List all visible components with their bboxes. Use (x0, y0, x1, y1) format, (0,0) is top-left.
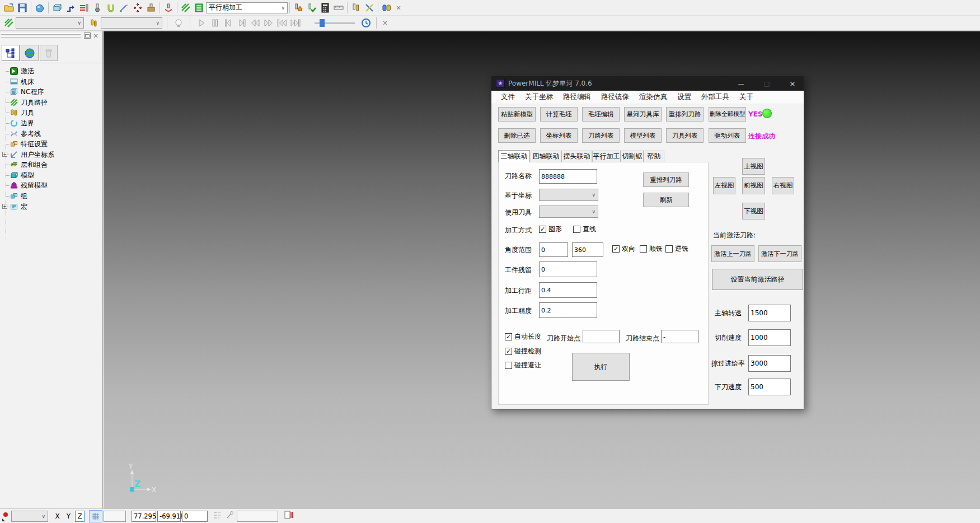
rearrange-toolpaths-button[interactable]: 重排列刀路 (666, 107, 704, 122)
panel-grip[interactable] (1, 33, 81, 35)
view-right-button[interactable]: 右视图 (772, 177, 794, 194)
tab-cutting-saw[interactable]: 切割锯 (621, 151, 644, 162)
fast-forward-icon[interactable] (262, 16, 275, 30)
verify-toolpath-icon[interactable] (305, 1, 318, 15)
clipboard-models-icon[interactable] (380, 1, 393, 15)
drive-list-button[interactable]: 驱动列表 (709, 128, 746, 143)
conventional-option[interactable]: 逆铣 (665, 244, 688, 253)
open-project-icon[interactable] (2, 1, 16, 15)
tree-item-activate[interactable]: 激活 (10, 66, 34, 76)
menu-file[interactable]: 文件 (496, 92, 520, 102)
shade-bulb-icon[interactable] (172, 16, 185, 30)
coordinate-y-field[interactable]: -69.918 (157, 511, 181, 522)
line-checkbox[interactable] (573, 226, 580, 233)
model-list-button[interactable]: 模型列表 (624, 128, 662, 143)
view-left-button[interactable]: 左视图 (713, 177, 735, 194)
calculator-icon[interactable] (318, 1, 332, 15)
coordinate-z-field[interactable]: 0 (182, 511, 208, 522)
expand-icon[interactable] (2, 204, 7, 209)
tool-icon[interactable] (87, 16, 101, 30)
activate-prev-toolpath-button[interactable]: 激活上一刀路 (711, 245, 754, 262)
spindle-speed-input[interactable] (748, 305, 791, 321)
cutting-speed-input[interactable] (748, 329, 791, 346)
optimise-toolpath-icon[interactable] (292, 1, 305, 15)
close-button[interactable] (781, 76, 804, 91)
tab-help[interactable]: 帮助 (644, 151, 664, 162)
step-back-icon[interactable] (222, 16, 235, 30)
create-tool-icon[interactable] (91, 1, 104, 15)
delete-all-models-button[interactable]: 删除全部模型 (709, 107, 746, 122)
coord-list-button[interactable]: 坐标列表 (540, 128, 578, 143)
create-points-icon[interactable] (131, 1, 144, 15)
menu-external-tools[interactable]: 外部工具 (696, 92, 734, 102)
based-coord-dropdown[interactable] (539, 189, 598, 201)
save-project-icon[interactable] (16, 1, 29, 15)
menu-coords[interactable]: 关于坐标 (520, 92, 558, 102)
tree-item-nc-program[interactable]: NC程序 (10, 87, 44, 97)
close-toolbar-icon[interactable] (393, 3, 404, 13)
skim-feed-input[interactable] (748, 355, 791, 372)
tolerance-input[interactable] (539, 302, 597, 318)
mirror-transform-icon[interactable] (363, 1, 376, 15)
axis-x-button[interactable]: X (53, 511, 62, 522)
probe-icon[interactable] (226, 511, 235, 521)
pause-icon[interactable] (208, 16, 222, 30)
rewind-icon[interactable] (248, 16, 262, 30)
auto-length-option[interactable]: 自动长度 (505, 332, 541, 341)
plunge-speed-input[interactable] (748, 379, 791, 395)
rapid-moves-icon[interactable] (77, 1, 91, 15)
simulation-clock-icon[interactable] (359, 16, 373, 30)
line-option[interactable]: 直线 (573, 225, 596, 234)
coordinate-x-field[interactable]: 77.2951 (132, 511, 156, 522)
create-block-icon[interactable] (50, 1, 64, 15)
menu-about[interactable]: 关于 (734, 92, 758, 102)
toolpath-list-icon[interactable] (193, 1, 206, 15)
go-to-end-icon[interactable] (289, 16, 302, 30)
set-active-path-button[interactable]: 设置当前激活路径 (712, 269, 803, 290)
toolpath-strategies-icon[interactable] (64, 1, 77, 15)
tree-item-feature-sets[interactable]: 特征设置 (10, 139, 48, 149)
tree-item-groups[interactable]: 组 (10, 191, 27, 201)
create-pattern-icon[interactable] (118, 1, 131, 15)
compute-block-button[interactable]: 计算毛坯 (540, 107, 578, 122)
tree-item-macros[interactable]: 宏 (10, 202, 27, 212)
panel-float-icon[interactable] (84, 32, 91, 39)
xyz-list-icon[interactable] (213, 511, 222, 521)
circle-option[interactable]: 圆形 (539, 225, 562, 234)
tree-item-workplanes[interactable]: 用户坐标系 (10, 150, 54, 160)
view-top-button[interactable]: 上视图 (742, 158, 765, 175)
tab-recycle-bin[interactable] (40, 45, 58, 61)
minimize-button[interactable] (730, 76, 752, 91)
toolpath-icon[interactable] (179, 1, 193, 15)
tree-item-toolpaths[interactable]: 刀具路径 (10, 97, 48, 108)
use-tool-dropdown[interactable] (539, 206, 598, 218)
menu-render-sim[interactable]: 渲染仿真 (634, 92, 672, 102)
workplane-dropdown[interactable] (11, 511, 48, 522)
tree-item-tools[interactable]: 刀具 (10, 108, 34, 118)
collision-avoid-option[interactable]: 碰撞避让 (505, 361, 541, 370)
tab-explorer-tree[interactable] (2, 45, 20, 61)
tree-item-patterns[interactable]: 参考线 (10, 129, 41, 139)
activate-next-toolpath-button[interactable]: 激活下一刀路 (758, 245, 801, 262)
page-status-icon[interactable] (284, 510, 294, 522)
measure-icon[interactable] (332, 1, 345, 15)
tree-item-models[interactable]: 模型 (10, 170, 34, 180)
play-icon[interactable] (195, 16, 208, 30)
axis-y-button[interactable]: Y (64, 511, 73, 522)
go-to-start-icon[interactable] (275, 16, 289, 30)
tab-views-globe[interactable] (21, 45, 39, 61)
tab-4axis-linkage[interactable]: 四轴联动 (531, 151, 561, 162)
climb-checkbox[interactable] (640, 245, 647, 253)
collision-avoid-checkbox[interactable] (505, 362, 512, 369)
tool-compare-icon[interactable] (349, 1, 363, 15)
strategy-dropdown[interactable]: 平行精加工 (206, 2, 288, 13)
execute-button[interactable]: 执行 (572, 353, 630, 381)
view-bottom-button[interactable]: 下视图 (742, 203, 765, 220)
leads-and-links-icon[interactable] (162, 1, 175, 15)
message-field[interactable] (237, 511, 278, 522)
delete-selected-button[interactable]: 删除已选 (498, 128, 536, 143)
toolpath-select-dropdown[interactable] (16, 17, 84, 29)
auto-length-checkbox[interactable] (505, 333, 512, 340)
toolpath-name-input[interactable] (539, 169, 597, 184)
block-edit-button[interactable]: 毛坯编辑 (582, 107, 620, 122)
